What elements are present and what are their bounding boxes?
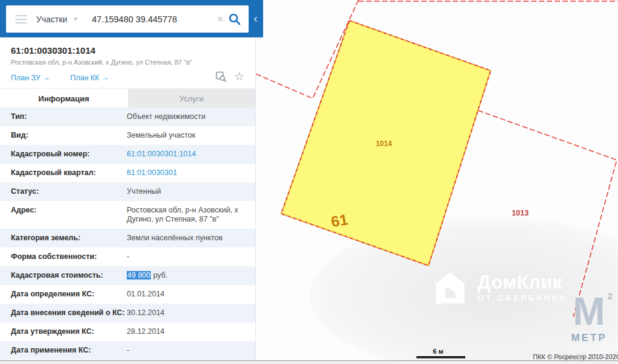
row-label: Адрес: xyxy=(11,206,127,224)
search-input[interactable] xyxy=(91,14,215,25)
table-row: Кадастровый квартал: 61:01:0030301 xyxy=(0,164,255,182)
district-number-label: 61 xyxy=(330,211,349,230)
info-table: Тип: Объект недвижимости Вид: Земельный … xyxy=(0,107,255,360)
row-label: Кадастровый квартал: xyxy=(11,168,127,177)
row-label: Дата применения КС: xyxy=(11,346,127,355)
domclick-subtitle: ОТ СБЕРБАНКА xyxy=(477,293,567,302)
row-value[interactable]: 61:01:0030301 xyxy=(127,168,248,177)
bottom-edge xyxy=(0,360,618,364)
metr-letter: М xyxy=(573,292,605,331)
search-icon[interactable] xyxy=(228,13,241,26)
metr-word: МЕТР xyxy=(564,332,614,344)
selected-parcel-number-label: 1014 xyxy=(376,139,392,148)
row-label: Кадастровая стоимость: xyxy=(11,271,127,280)
table-row: Адрес: Ростовская обл, р-н Азовский, х Д… xyxy=(0,201,255,229)
table-row: Категория земель: Земли населённых пункт… xyxy=(0,229,255,247)
row-value: 28.12.2014 xyxy=(127,327,248,336)
row-label: Вид: xyxy=(11,131,127,140)
map-viewport[interactable]: 1014 61 1013 6 м ДомКлик ОТ СБЕРБАНКА М … xyxy=(255,0,618,364)
row-label: Дата внесения сведений о КС: xyxy=(11,308,127,318)
object-header: 61:01:0030301:1014 Ростовская обл, р-н А… xyxy=(0,37,255,88)
table-row: Дата применения КС: - xyxy=(0,341,255,360)
row-value[interactable]: 61:01:0030301:1014 xyxy=(127,150,248,159)
row-label: Форма собственности: xyxy=(11,252,127,261)
row-value: 49 800 руб. xyxy=(127,271,248,280)
tab-information[interactable]: Информация xyxy=(0,89,128,108)
table-row: Кадастровый номер: 61:01:0030301:1014 xyxy=(0,145,255,164)
favorite-star-icon[interactable]: ☆ xyxy=(234,71,244,82)
domclick-title: ДомКлик xyxy=(477,273,567,292)
row-value: - xyxy=(127,346,248,355)
row-label: Категория земель: xyxy=(11,234,127,243)
zoom-to-area-icon[interactable] xyxy=(215,71,226,82)
row-value: Объект недвижимости xyxy=(127,112,248,121)
collapse-panel-icon[interactable]: ‹ xyxy=(253,11,258,25)
row-value: Земельный участок xyxy=(127,131,248,140)
adjacent-parcel-number-label: 1013 xyxy=(512,209,529,217)
table-row: Тип: Объект недвижимости xyxy=(0,107,255,126)
scale-label: 6 м xyxy=(433,348,443,355)
table-row: Кадастровая стоимость: 49 800 руб. xyxy=(0,266,255,285)
search-category-dropdown[interactable]: Участки xyxy=(36,14,67,24)
row-label: Кадастровый номер: xyxy=(11,150,127,159)
row-label: Дата определения КС: xyxy=(11,290,127,299)
plan-links: План ЗУ → План КК → xyxy=(11,74,127,82)
table-row: Дата определения КС: 01.01.2014 xyxy=(0,285,255,304)
search-topbar: Участки ▼ × ‹ xyxy=(0,0,263,37)
row-value: Учтенный xyxy=(127,187,248,196)
row-value: 01.01.2014 xyxy=(127,290,248,299)
row-value: Земли населённых пунктов xyxy=(127,234,248,243)
row-label: Тип: xyxy=(11,112,127,121)
tab-services[interactable]: Услуги xyxy=(128,89,256,108)
metr-logo: М 2 МЕТР xyxy=(564,292,614,344)
clear-search-icon[interactable]: × xyxy=(217,13,223,25)
search-box: Участки ▼ × xyxy=(6,5,249,33)
domclick-house-icon xyxy=(432,269,469,307)
row-value: 30.12.2014 xyxy=(127,308,248,318)
plan-zu-link[interactable]: План ЗУ → xyxy=(11,74,50,82)
chevron-down-icon[interactable]: ▼ xyxy=(72,16,78,22)
table-row: Дата внесения сведений о КС: 30.12.2014 xyxy=(0,304,255,322)
table-row: Дата утверждения КС: 28.12.2014 xyxy=(0,322,255,341)
row-label: Статус: xyxy=(11,187,127,196)
tab-bar: Информация Услуги xyxy=(0,88,255,108)
pkk-app: 1014 61 1013 6 м ДомКлик ОТ СБЕРБАНКА М … xyxy=(0,0,618,364)
map-copyright: ПКК © Росреестр 2010-2020 | xyxy=(533,353,618,360)
table-row: Форма собственности: - xyxy=(0,247,255,266)
menu-icon[interactable] xyxy=(15,13,27,26)
object-address: Ростовская обл, р-н Азовский, х Дугино, … xyxy=(11,59,192,66)
metr-squared-sup: 2 xyxy=(608,291,613,301)
map-canvas: 1014 61 1013 6 м xyxy=(255,0,618,364)
domclick-watermark: ДомКлик ОТ СБЕРБАНКА xyxy=(432,269,567,307)
table-row: Вид: Земельный участок xyxy=(0,126,255,145)
info-panel: 61:01:0030301:1014 Ростовская обл, р-н А… xyxy=(0,0,256,364)
row-value: - xyxy=(127,252,248,261)
table-row: Статус: Учтенный xyxy=(0,182,255,201)
page-title: 61:01:0030301:1014 xyxy=(11,45,95,56)
row-label: Дата утверждения КС: xyxy=(11,327,127,336)
plan-kk-link[interactable]: План КК → xyxy=(70,74,109,82)
row-value: Ростовская обл, р-н Азовский, х Дугино, … xyxy=(127,206,248,224)
